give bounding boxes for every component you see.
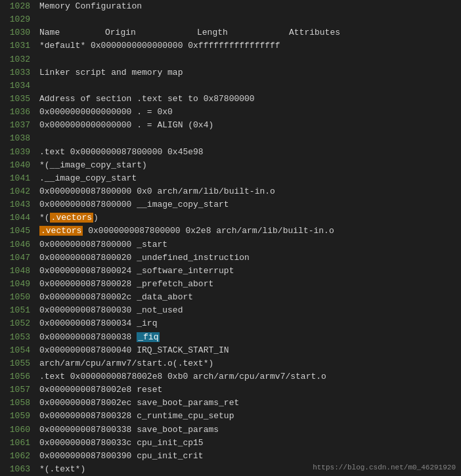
line-content: 0x0000000087800000 _start (39, 238, 456, 251)
table-row: 1043 0x0000000087800000 __image_copy_sta… (0, 198, 461, 211)
line-number: 1044 (5, 211, 30, 225)
line-number: 1034 (5, 79, 30, 93)
table-row: 1044 *(.vectors) (0, 211, 461, 225)
line-content: 0x0000000087800030 _not_used (39, 304, 456, 317)
table-row: 1042 0x0000000087800000 0x0 arch/arm/lib… (0, 185, 461, 198)
line-content: .__image_copy_start (39, 172, 456, 185)
line-number: 1052 (5, 317, 30, 330)
table-row: 1048 0x0000000087800024 _software_interr… (0, 265, 461, 278)
line-number: 1060 (5, 423, 30, 437)
line-number: 1063 (5, 463, 30, 476)
line-content: 0x000000008780002c _data_abort (39, 291, 456, 304)
line-content: 0x0000000087800000 __image_copy_start (39, 198, 456, 211)
line-content: Memory Configuration (39, 0, 456, 13)
line-number: 1031 (5, 39, 30, 53)
table-row: 1028Memory Configuration (0, 0, 461, 13)
line-content: arch/arm/cpu/armv7/start.o(.text*) (39, 357, 456, 370)
line-content: .text 0x00000000878002e8 0xb0 arch/arm/c… (39, 370, 456, 383)
table-row: 1034 (0, 79, 461, 93)
line-number: 1056 (5, 370, 30, 383)
line-content: 0x0000000087800024 _software_interrupt (39, 265, 456, 278)
table-row: 1033Linker script and memory map (0, 66, 461, 79)
line-number: 1055 (5, 357, 30, 370)
table-row: 1050 0x000000008780002c _data_abort (0, 291, 461, 304)
table-row: 1052 0x0000000087800034 _irq (0, 317, 461, 330)
line-number: 1058 (5, 397, 30, 410)
line-number: 1029 (5, 13, 30, 26)
table-row: 1053 0x0000000087800038 _fiq (0, 331, 461, 344)
table-row: 1046 0x0000000087800000 _start (0, 238, 461, 251)
table-row: 1051 0x0000000087800030 _not_used (0, 304, 461, 317)
line-number: 1049 (5, 278, 30, 291)
table-row: 1045 .vectors 0x0000000087800000 0x2e8 a… (0, 225, 461, 238)
line-content: Address of section .text set to 0x878000… (39, 93, 456, 106)
line-number: 1038 (5, 132, 30, 145)
line-number: 1030 (5, 26, 30, 39)
line-number: 1062 (5, 450, 30, 463)
line-number: 1054 (5, 344, 30, 357)
line-number: 1040 (5, 159, 30, 172)
table-row: 1060 0x0000000087800338 save_boot_params (0, 423, 461, 437)
table-row: 1040 *(__image_copy_start) (0, 159, 461, 172)
line-content: 0x0000000000000000 . = ALIGN (0x4) (39, 119, 456, 132)
table-row: 1058 0x00000000878002ec save_boot_params… (0, 397, 461, 410)
line-number: 1028 (5, 0, 30, 13)
table-row: 1029 (0, 13, 461, 26)
line-content: NameOriginLengthAttributes (39, 26, 456, 39)
fiq-highlight: _fiq (137, 332, 160, 342)
line-number: 1045 (5, 225, 30, 238)
line-content: 0x00000000878002e8 reset (39, 383, 456, 397)
table-row: 1030NameOriginLengthAttributes (0, 26, 461, 39)
table-row: 1031*default* 0x0000000000000000 0xfffff… (0, 39, 461, 53)
line-number: 1042 (5, 185, 30, 198)
table-row: 1054 0x0000000087800040 IRQ_STACK_START_… (0, 344, 461, 357)
line-content: *(__image_copy_start) (39, 159, 456, 172)
line-number: 1050 (5, 291, 30, 304)
line-content: 0x000000008780033c cpu_init_cp15 (39, 437, 456, 450)
line-number: 1039 (5, 146, 30, 159)
line-number: 1057 (5, 383, 30, 397)
line-number: 1046 (5, 238, 30, 251)
line-number: 1051 (5, 304, 30, 317)
line-content: .text 0x0000000087800000 0x45e98 (39, 146, 456, 159)
line-number: 1033 (5, 66, 30, 79)
table-row: 1056 .text 0x00000000878002e8 0xb0 arch/… (0, 370, 461, 383)
watermark: https://blog.csdn.net/m0_46291920 (313, 462, 456, 473)
table-row: 1035Address of section .text set to 0x87… (0, 93, 461, 106)
line-number: 1053 (5, 331, 30, 344)
line-content: 0x0000000087800040 IRQ_STACK_START_IN (39, 344, 456, 357)
line-number: 1059 (5, 410, 30, 423)
line-content: 0x0000000087800390 cpu_init_crit (39, 450, 456, 463)
line-number: 1048 (5, 265, 30, 278)
code-view: 1028Memory Configuration10291030NameOrig… (0, 0, 461, 476)
table-row: 1055 arch/arm/cpu/armv7/start.o(.text*) (0, 357, 461, 370)
table-row: 1049 0x0000000087800028 _prefetch_abort (0, 278, 461, 291)
table-row: 1041 .__image_copy_start (0, 172, 461, 185)
line-content: Linker script and memory map (39, 66, 456, 79)
table-row: 1039.text 0x0000000087800000 0x45e98 (0, 146, 461, 159)
line-content: 0x0000000087800338 save_boot_params (39, 423, 456, 437)
table-row: 1037 0x0000000000000000 . = ALIGN (0x4) (0, 119, 461, 132)
line-content: *(.vectors) (39, 211, 456, 225)
vectors-highlight: .vectors (50, 213, 93, 223)
line-number: 1041 (5, 172, 30, 185)
table-row: 1036 0x0000000000000000 . = 0x0 (0, 106, 461, 119)
line-number: 1037 (5, 119, 30, 132)
line-content: 0x0000000087800028 _prefetch_abort (39, 278, 456, 291)
line-number: 1043 (5, 198, 30, 211)
line-content: 0x0000000087800038 _fiq (39, 331, 456, 344)
line-number: 1036 (5, 106, 30, 119)
table-row: 1061 0x000000008780033c cpu_init_cp15 (0, 437, 461, 450)
table-row: 1059 0x0000000087800328 c_runtime_cpu_se… (0, 410, 461, 423)
vectors-child-highlight: .vectors (39, 226, 83, 236)
table-row: 1062 0x0000000087800390 cpu_init_crit (0, 450, 461, 463)
line-number: 1061 (5, 437, 30, 450)
table-row: 1057 0x00000000878002e8 reset (0, 383, 461, 397)
line-content: .vectors 0x0000000087800000 0x2e8 arch/a… (39, 225, 456, 238)
line-number: 1032 (5, 53, 30, 66)
table-row: 1047 0x0000000087800020 _undefined_instr… (0, 251, 461, 265)
table-row: 1032 (0, 53, 461, 66)
line-content: 0x0000000087800000 0x0 arch/arm/lib/buil… (39, 185, 456, 198)
table-row: 1038 (0, 132, 461, 145)
line-number: 1047 (5, 251, 30, 265)
